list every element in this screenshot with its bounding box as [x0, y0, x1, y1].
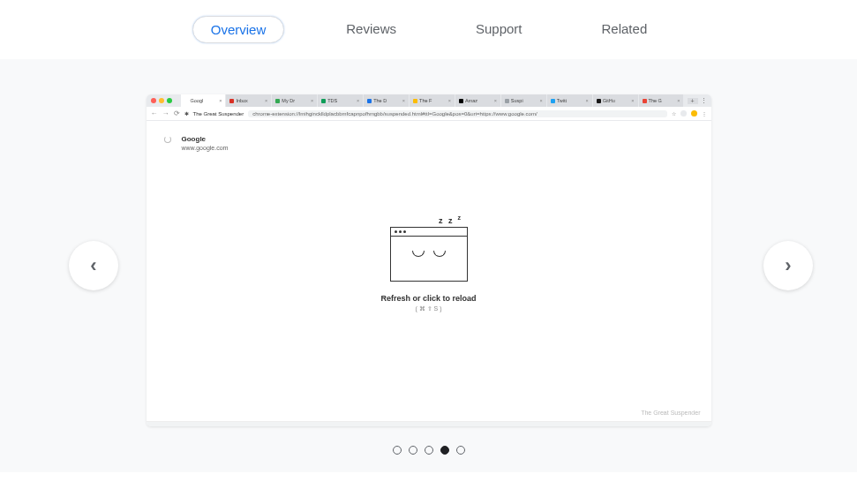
tab-favicon-icon — [505, 99, 509, 103]
browser-tab: The F× — [410, 94, 455, 107]
browser-tab: The D× — [364, 94, 409, 107]
tab-close-icon: × — [448, 98, 451, 103]
url-bar-title: The Great Suspender — [193, 111, 244, 117]
carousel-dot[interactable] — [425, 446, 433, 455]
tab-close-icon: × — [585, 98, 588, 103]
carousel-next-button[interactable]: › — [763, 241, 813, 290]
nav-forward-icon: → — [162, 109, 169, 117]
carousel-dot[interactable] — [456, 446, 465, 455]
tab-favicon-icon — [643, 99, 647, 103]
carousel-dot[interactable] — [440, 446, 449, 455]
browser-tab: The G× — [639, 94, 684, 107]
carousel-dot[interactable] — [409, 446, 417, 455]
extension-icon-1 — [680, 110, 687, 117]
tab-close-icon: × — [219, 98, 222, 103]
carousel-dot[interactable] — [393, 446, 402, 455]
sleeping-window-icon — [390, 227, 468, 282]
reload-shortcut-text: ( ⌘ ⇧ S ) — [164, 305, 694, 312]
screenshot-page-body: Google www.google.com z z z Refresh or c… — [147, 121, 711, 421]
sleeping-tab-illustration: z z z Refresh or click to reload ( ⌘ ⇧ S… — [164, 214, 694, 312]
tab-reviews[interactable]: Reviews — [328, 16, 414, 43]
browser-tab: My Dr× — [272, 94, 317, 107]
browser-tab-label: Googl — [191, 98, 204, 103]
tab-close-icon: × — [494, 98, 497, 103]
browser-tab-label: The D — [373, 98, 387, 103]
tab-close-icon: × — [402, 98, 405, 103]
carousel-prev-button[interactable]: ‹ — [69, 241, 118, 290]
nav-reload-icon: ⟳ — [174, 109, 180, 117]
browser-tab-label: TDS — [327, 98, 337, 103]
browser-tab-label: Suspi — [511, 98, 523, 103]
browser-tab-strip: Googl×Inbox×My Dr×TDS×The D×The F×Amaz×S… — [147, 94, 711, 107]
screenshot-bottom-strip — [147, 421, 711, 426]
tab-close-icon: × — [311, 98, 313, 103]
browser-menu-icon: ⋮ — [702, 110, 707, 117]
browser-tab-label: GitHu — [603, 98, 615, 103]
browser-tab: Twitt× — [547, 94, 592, 107]
carousel-dots — [0, 446, 857, 455]
suspended-page-header: Google www.google.com — [164, 135, 694, 151]
screenshot-footer-brand: The Great Suspender — [641, 410, 700, 416]
tab-favicon-icon — [184, 99, 189, 103]
tab-favicon-icon — [413, 99, 417, 103]
tab-close-icon: × — [631, 98, 634, 103]
extension-icon-2 — [691, 110, 697, 117]
chevron-left-icon: ‹ — [90, 254, 96, 277]
tab-favicon-icon — [321, 99, 326, 103]
new-tab-button: + — [688, 98, 698, 104]
screenshot-slide: Googl×Inbox×My Dr×TDS×The D×The F×Amaz×S… — [147, 94, 711, 426]
browser-tab: Suspi× — [501, 94, 546, 107]
tab-close-icon: × — [677, 98, 680, 103]
url-bar-address: chrome-extension://lmihgincklldplacbbmfc… — [248, 110, 666, 117]
browser-url-bar: ← → ⟳ ✱ The Great Suspender chrome-exten… — [147, 107, 711, 121]
screenshot-carousel: ‹ › Googl×Inbox×My Dr×TDS×The D×The F×Am… — [0, 59, 857, 472]
chevron-right-icon: › — [785, 254, 791, 277]
browser-tab: GitHu× — [593, 94, 638, 107]
suspended-page-url: www.google.com — [182, 145, 229, 151]
browser-tab-label: The F — [419, 98, 432, 103]
browser-tab-label: Inbox — [236, 98, 247, 103]
tab-favicon-icon — [275, 99, 280, 103]
browser-tab-label: The G — [649, 98, 662, 103]
tab-related[interactable]: Related — [584, 16, 665, 43]
tab-overflow-icon: ⋮ — [702, 97, 707, 104]
tab-close-icon: × — [265, 98, 267, 103]
tab-close-icon: × — [357, 98, 359, 103]
tab-favicon-icon — [459, 99, 463, 103]
loading-spinner-icon — [164, 136, 171, 143]
browser-tab: TDS× — [318, 94, 363, 107]
tab-favicon-icon — [367, 99, 372, 103]
browser-tab: Inbox× — [226, 94, 271, 107]
browser-tab-label: Amaz — [465, 98, 477, 103]
suspended-page-title: Google — [182, 135, 229, 143]
nav-back-icon: ← — [151, 109, 158, 117]
tab-overview[interactable]: Overview — [192, 16, 285, 43]
extension-favicon-icon: ✱ — [184, 110, 189, 117]
bookmark-star-icon: ☆ — [672, 110, 676, 117]
tab-favicon-icon — [597, 99, 601, 103]
zzz-icon: z z z — [208, 214, 694, 225]
tab-favicon-icon — [229, 99, 234, 103]
browser-tab: Amaz× — [455, 94, 500, 107]
reload-instruction-text: Refresh or click to reload — [164, 294, 694, 303]
tab-close-icon: × — [540, 98, 543, 103]
browser-tab-label: Twitt — [557, 98, 567, 103]
browser-tab-label: My Dr — [282, 98, 295, 103]
extension-tabs: Overview Reviews Support Related — [0, 0, 857, 59]
tab-support[interactable]: Support — [458, 16, 540, 43]
tab-favicon-icon — [551, 99, 555, 103]
browser-tab: Googl× — [181, 94, 226, 107]
window-traffic-lights — [151, 98, 172, 103]
